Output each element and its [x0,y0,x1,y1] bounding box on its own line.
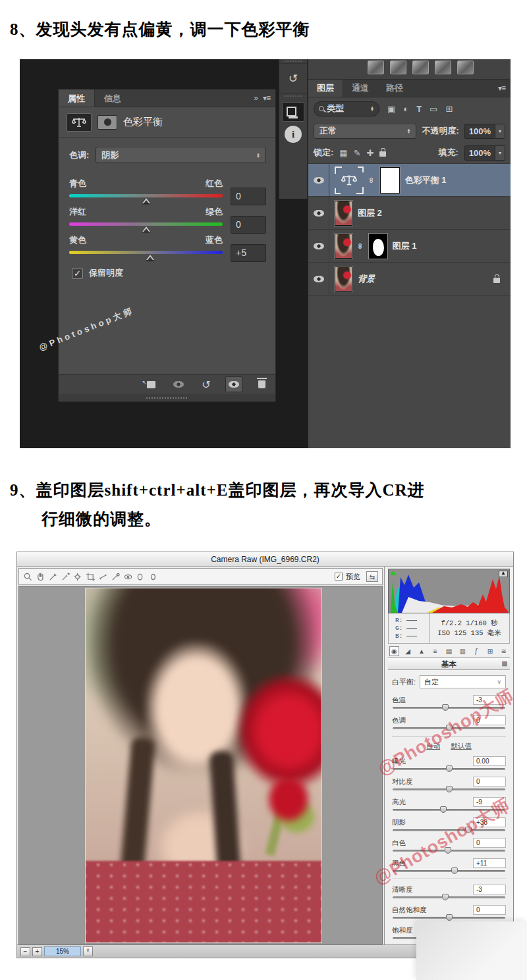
clip-to-layer-icon[interactable] [142,376,159,392]
visibility-eye-icon[interactable] [308,164,329,196]
layer-name[interactable]: 图层 1 [393,240,417,252]
zoom-out-button[interactable]: − [20,947,30,956]
fill-field[interactable]: 100% ▾ [464,145,505,161]
lock-position-icon[interactable]: ✚ [367,148,374,158]
fullscreen-toggle-icon[interactable]: ⇆ [366,571,378,582]
tab-detail-icon[interactable]: ▲ [417,646,427,656]
zoom-dropdown-icon[interactable]: ∨ [83,946,93,956]
color-sampler-tool-icon[interactable] [61,572,70,582]
slider-thumb[interactable] [442,894,449,900]
collapse-panel-icon[interactable]: » [254,93,258,103]
slider-thumb[interactable] [465,827,472,833]
filter-shape-layers-icon[interactable]: ▭ [430,104,437,114]
slider-track[interactable] [393,896,505,898]
layer-mask-thumbnail[interactable] [369,234,387,259]
slider-thumb[interactable] [445,847,451,854]
tab-tone-curve-icon[interactable]: ◢ [403,646,413,656]
visibility-eye-icon[interactable] [308,263,329,295]
red-eye-tool-icon[interactable] [123,572,133,582]
defaults-link[interactable]: 默认值 [451,742,472,751]
info-panel-icon[interactable]: i [285,126,302,143]
delete-adjustment-icon[interactable] [253,376,270,392]
auto-link[interactable]: 自动 [426,742,440,751]
visibility-eye-icon[interactable] [308,230,329,262]
view-previous-state-icon[interactable] [170,376,187,392]
cyan-red-slider[interactable] [69,194,223,197]
layer-row-layer2[interactable]: 图层 2 [308,197,511,230]
white-balance-tool-icon[interactable] [48,572,58,582]
layer-thumbnail[interactable] [335,267,352,292]
slider-thumb[interactable] [142,226,150,232]
magenta-green-slider[interactable] [69,222,223,226]
panel-resize-bar[interactable] [59,394,275,401]
magenta-green-value[interactable]: 0 [231,216,266,234]
layer-name[interactable]: 色彩平衡 1 [405,174,447,186]
toggle-visibility-icon[interactable] [225,376,242,392]
adjustment-preset-icon[interactable] [368,61,384,74]
slider-thumb[interactable] [446,725,453,731]
adjustment-preset-icon[interactable] [390,61,406,74]
tab-paths[interactable]: 路径 [377,80,412,97]
slider-value[interactable]: 0.00 [473,756,506,766]
slider-value[interactable]: -9 [473,797,506,807]
lock-pixels-icon[interactable]: ✎ [354,148,361,158]
preview-checkbox[interactable] [335,573,343,580]
straighten-tool-icon[interactable] [98,572,108,582]
slider-thumb[interactable] [440,806,447,813]
adjustment-brush-tool-icon[interactable] [136,572,146,582]
reset-icon[interactable]: ↺ [198,376,215,392]
slider-track[interactable] [393,707,505,709]
slider-track[interactable] [393,809,505,811]
slider-thumb[interactable] [446,765,453,772]
opacity-field[interactable]: 100% ▾ [464,124,505,139]
shadow-clipping-indicator[interactable] [390,571,397,575]
slider-thumb[interactable] [146,255,154,260]
layer-row-background[interactable]: 背景 [308,263,511,296]
opacity-dropdown-icon[interactable]: ▾ [495,124,505,138]
cyan-red-value[interactable]: 0 [231,188,266,205]
yellow-blue-value[interactable]: +5 [231,244,266,262]
adjustment-preset-icon[interactable] [457,61,474,74]
filter-smart-objects-icon[interactable]: ⊞ [445,104,453,114]
link-mask-icon[interactable]: ∞ [356,243,365,249]
targeted-adjustment-tool-icon[interactable] [73,572,83,582]
zoom-in-button[interactable]: + [32,947,42,956]
mask-thumbnail-icon[interactable] [97,115,117,130]
slider-value[interactable]: +38 [473,817,506,827]
filter-type-layers-icon[interactable]: T [416,104,422,114]
zoom-level-select[interactable]: 15% [44,946,81,956]
tab-hsl-icon[interactable]: ≡ [430,646,440,656]
layer-row-layer1[interactable]: ∞ 图层 1 [308,230,511,263]
blend-mode-select[interactable]: 正常 [314,124,416,139]
history-panel-icon[interactable]: ↺ [283,69,303,88]
slider-track[interactable] [393,850,505,852]
tab-info[interactable]: 信息 [95,90,130,107]
fill-dropdown-icon[interactable]: ▾ [495,146,505,160]
slider-track[interactable] [393,917,505,919]
filter-pixel-layers-icon[interactable]: ▣ [387,104,395,114]
tab-lens-icon[interactable]: ▥ [458,646,468,656]
layer-row-color-balance[interactable]: ∞ 色彩平衡 1 [308,164,511,197]
tab-properties[interactable]: 属性 [59,90,95,107]
tab-layers[interactable]: 图层 [308,80,343,97]
layers-menu-icon[interactable]: ▾≡ [498,84,505,93]
lock-transparency-icon[interactable]: ▦ [339,148,347,158]
layer-mask-thumbnail[interactable] [380,167,400,193]
layer-name[interactable]: 背景 [358,273,375,285]
slider-track[interactable] [393,788,505,790]
hand-tool-icon[interactable] [36,572,45,582]
tab-channels[interactable]: 通道 [343,80,377,97]
link-mask-icon[interactable]: ∞ [367,177,376,183]
spot-removal-tool-icon[interactable] [111,572,121,582]
slider-value[interactable]: -3 [473,695,506,705]
slider-thumb[interactable] [446,914,453,921]
tab-effects-icon[interactable]: ƒ [472,646,482,656]
graduated-filter-tool-icon[interactable] [148,572,158,582]
layer-filter-select[interactable]: 类型 [314,101,379,116]
slider-value[interactable]: 0 [473,838,506,848]
3d-panel-icon[interactable] [282,102,304,122]
slider-thumb[interactable] [142,198,150,203]
slider-value[interactable]: 0 [473,905,506,915]
photo-preview[interactable] [85,588,322,943]
panel-menu-icon[interactable]: ▾≡ [263,93,270,103]
